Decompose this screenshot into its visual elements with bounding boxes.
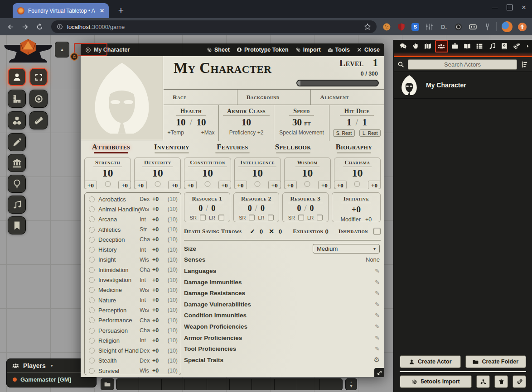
skill-row[interactable]: StealthDex+0(10) bbox=[85, 356, 181, 366]
forward-icon[interactable] bbox=[21, 23, 29, 31]
skill-row[interactable]: PerceptionWis+0(10) bbox=[85, 305, 181, 315]
hp-temp-label[interactable]: +Temp bbox=[167, 129, 184, 136]
skill-row[interactable]: NatureInt+0(10) bbox=[85, 295, 181, 305]
skill-row[interactable]: Sleight of HandDex+0(10) bbox=[85, 345, 181, 355]
lr-checkbox[interactable] bbox=[218, 215, 224, 220]
sidebar-tab-chat[interactable] bbox=[398, 41, 409, 52]
skill-proficiency-radio[interactable] bbox=[89, 206, 95, 212]
edit-icon[interactable]: ✎ bbox=[375, 279, 380, 286]
skill-name[interactable]: Acrobatics bbox=[98, 196, 140, 203]
tab-attributes[interactable]: Attributes bbox=[81, 143, 141, 156]
speed-value[interactable]: 30 bbox=[292, 117, 302, 128]
sidebar-tab-combat[interactable] bbox=[410, 41, 421, 52]
edit-icon[interactable]: ✎ bbox=[375, 323, 380, 330]
5etools-import-button[interactable]: 5etools Import bbox=[400, 375, 472, 388]
edit-icon[interactable]: ✎ bbox=[375, 312, 380, 319]
close-button[interactable]: Close bbox=[357, 47, 380, 53]
ability-check-mod[interactable]: +0 bbox=[218, 181, 231, 189]
configure-button[interactable] bbox=[513, 375, 526, 388]
gamepad-extension[interactable] bbox=[469, 23, 477, 31]
skill-name[interactable]: Athletics bbox=[98, 226, 140, 233]
search-input[interactable] bbox=[408, 59, 517, 70]
skill-proficiency-radio[interactable] bbox=[89, 317, 95, 323]
death-success-icon[interactable]: ✓ bbox=[250, 228, 255, 235]
skill-proficiency-radio[interactable] bbox=[89, 216, 95, 222]
skill-row[interactable]: Animal HandlingWis+0(10) bbox=[85, 204, 181, 214]
skill-row[interactable]: InsightWis+0(10) bbox=[85, 255, 181, 265]
alignment-field[interactable]: Alignment bbox=[310, 90, 384, 105]
drawing-tools-tool[interactable] bbox=[8, 133, 26, 151]
skill-name[interactable]: History bbox=[98, 246, 140, 253]
skill-name[interactable]: Performance bbox=[98, 317, 140, 324]
ability-check-mod[interactable]: +0 bbox=[168, 181, 181, 189]
death-success-count[interactable]: 0 bbox=[260, 228, 263, 235]
actor-list-item[interactable]: My Character bbox=[394, 72, 532, 99]
resource-box[interactable]: Resource 20/0SRLR bbox=[233, 192, 280, 222]
dexterity-ability[interactable]: Dexterity10+0+0 bbox=[134, 158, 181, 189]
ability-check-mod[interactable]: +0 bbox=[318, 181, 331, 189]
sidebar-tab-scenes[interactable] bbox=[422, 41, 433, 52]
resource-label[interactable]: Resource 1 bbox=[189, 195, 224, 203]
browser-tab[interactable]: Foundry Virtual Tabletop • A Stan ✕ bbox=[13, 3, 109, 18]
resource-max[interactable]: 0 bbox=[310, 204, 314, 213]
skill-proficiency-radio[interactable] bbox=[89, 307, 95, 313]
ability-score[interactable]: 10 bbox=[184, 167, 230, 179]
resize-handle[interactable] bbox=[374, 368, 384, 377]
ability-score[interactable]: 10 bbox=[334, 167, 380, 179]
edit-icon[interactable]: ✎ bbox=[375, 335, 380, 341]
macro-slot[interactable] bbox=[320, 378, 343, 390]
bookmark-star-icon[interactable] bbox=[364, 23, 371, 30]
ability-save-mod[interactable]: +0 bbox=[334, 181, 347, 189]
death-fail-count[interactable]: 0 bbox=[279, 228, 282, 235]
sidebar-collapse-icon[interactable] bbox=[526, 43, 530, 49]
level-value[interactable]: 1 bbox=[373, 57, 378, 69]
resource-box[interactable]: Resource 30/0SRLR bbox=[282, 192, 329, 222]
skill-proficiency-radio[interactable] bbox=[89, 368, 95, 374]
skill-proficiency-radio[interactable] bbox=[89, 196, 95, 202]
macro-slot[interactable] bbox=[162, 378, 184, 390]
skill-row[interactable]: PersuasionCha+0(10) bbox=[85, 325, 181, 335]
window-header[interactable]: My Character SheetPrototype TokenImportT… bbox=[81, 43, 384, 56]
new-tab-button[interactable]: + bbox=[114, 4, 128, 17]
import-button[interactable]: Import bbox=[295, 47, 321, 53]
tab-inventory[interactable]: Inventory bbox=[141, 143, 202, 156]
charisma-ability[interactable]: Charisma10+0+0 bbox=[334, 158, 381, 189]
macro-folder-button[interactable] bbox=[101, 378, 114, 390]
skill-proficiency-radio[interactable] bbox=[89, 257, 95, 263]
size-select[interactable]: Medium▾ bbox=[313, 244, 380, 253]
macro-slot[interactable] bbox=[275, 378, 297, 390]
ability-proficiency-toggle[interactable] bbox=[255, 181, 261, 187]
skill-proficiency-radio[interactable] bbox=[89, 247, 95, 253]
hp-current[interactable]: 10 bbox=[176, 117, 186, 128]
skill-row[interactable]: DeceptionCha+0(10) bbox=[85, 234, 181, 244]
edit-icon[interactable]: ✎ bbox=[375, 301, 380, 308]
xp-value[interactable]: 0 / 300 bbox=[361, 71, 378, 77]
ability-proficiency-toggle[interactable] bbox=[354, 181, 360, 187]
strength-ability[interactable]: Strength10+0+0 bbox=[84, 158, 131, 189]
ability-check-mod[interactable]: +0 bbox=[368, 181, 381, 189]
ability-proficiency-toggle[interactable] bbox=[305, 181, 310, 187]
tab-close-icon[interactable]: ✕ bbox=[100, 8, 104, 14]
update-browser-icon[interactable] bbox=[517, 22, 527, 32]
measure-distance-tool[interactable] bbox=[8, 90, 26, 108]
collapse-nav-button[interactable]: ▲ bbox=[55, 42, 69, 57]
skill-proficiency-radio[interactable] bbox=[89, 348, 95, 354]
skill-row[interactable]: AthleticsStr+0(10) bbox=[85, 225, 181, 234]
resource-max[interactable]: 0 bbox=[261, 204, 265, 213]
resource-label[interactable]: Resource 3 bbox=[288, 195, 323, 203]
hotbar-page-button[interactable]: ▴ ▾ bbox=[345, 378, 357, 390]
tools-button[interactable]: Tools bbox=[328, 47, 350, 53]
sr-checkbox[interactable] bbox=[249, 215, 255, 220]
macro-slot[interactable] bbox=[252, 378, 275, 390]
resource-label[interactable]: Resource 2 bbox=[239, 195, 274, 203]
resource-value[interactable]: 0 bbox=[248, 204, 252, 213]
macro-slot[interactable] bbox=[139, 378, 162, 390]
armor-class-value[interactable]: 10 bbox=[242, 117, 251, 128]
session-extension[interactable]: S bbox=[411, 23, 419, 31]
wall-tools-tool[interactable] bbox=[8, 154, 26, 172]
skill-proficiency-radio[interactable] bbox=[89, 297, 95, 303]
ability-save-mod[interactable]: +0 bbox=[184, 181, 197, 189]
skill-name[interactable]: Medicine bbox=[98, 287, 140, 293]
skill-name[interactable]: Persuasion bbox=[98, 327, 140, 334]
skill-row[interactable]: AcrobaticsDex+0(10) bbox=[85, 194, 181, 204]
